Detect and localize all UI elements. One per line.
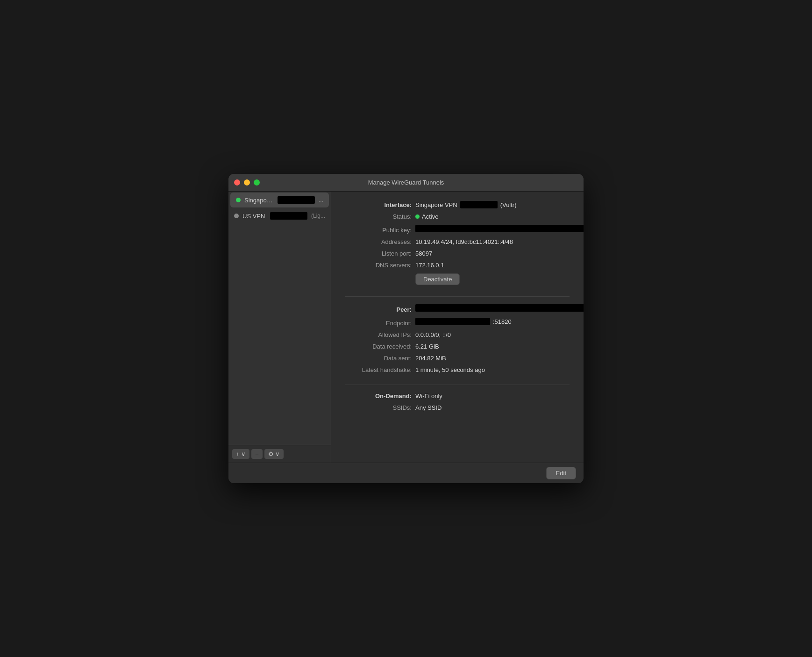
traffic-lights <box>234 179 260 186</box>
sidebar-item-suffix-1: ... <box>319 197 323 203</box>
titlebar: Manage WireGuard Tunnels <box>228 174 584 192</box>
status-label: Status: <box>345 213 415 220</box>
public-key-value <box>415 225 584 232</box>
divider-1 <box>345 296 570 297</box>
active-dot <box>415 214 420 219</box>
addresses-row: Addresses: 10.19.49.4/24, fd9d:bc11:4021… <box>345 238 570 245</box>
interface-row: Interface: Singapore VPN (Vultr) <box>345 201 570 208</box>
data-received-row: Data received: 6.21 GiB <box>345 343 570 350</box>
peer-row: Peer: <box>345 304 570 313</box>
window-title: Manage WireGuard Tunnels <box>368 179 444 186</box>
divider-2 <box>345 385 570 385</box>
dns-servers-label: DNS servers: <box>345 262 415 269</box>
peer-value <box>415 304 584 312</box>
sidebar-item-suffix-2: (Lig... <box>311 213 325 219</box>
redacted-interface <box>460 201 498 208</box>
redacted-peer <box>415 304 584 312</box>
ssids-row: SSIDs: Any SSID <box>345 404 570 411</box>
redacted-name-1 <box>278 196 315 204</box>
interface-value: Singapore VPN (Vultr) <box>415 201 570 208</box>
ssids-value: Any SSID <box>415 404 570 411</box>
status-dot-green <box>236 198 241 202</box>
data-received-value: 6.21 GiB <box>415 343 570 350</box>
endpoint-row: Endpoint: :51820 <box>345 318 570 327</box>
allowed-ips-value: 0.0.0.0/0, ::/0 <box>415 331 570 338</box>
data-received-label: Data received: <box>345 343 415 350</box>
endpoint-value: :51820 <box>415 318 570 325</box>
listen-port-row: Listen port: 58097 <box>345 250 570 257</box>
status-text: Active <box>422 213 438 220</box>
close-button[interactable] <box>234 179 240 186</box>
sidebar-list: Singapore VPN ... US VPN (Lig... <box>228 192 331 445</box>
listen-port-value: 58097 <box>415 250 570 257</box>
status-value: Active <box>415 213 570 220</box>
sidebar-item-name-2: US VPN <box>242 213 266 220</box>
sidebar-item-name: Singapore VPN <box>244 197 274 204</box>
on-demand-section: On-Demand: Wi-Fi only SSIDs: Any SSID <box>345 393 570 411</box>
allowed-ips-label: Allowed IPs: <box>345 331 415 338</box>
redacted-public-key <box>415 225 584 232</box>
data-sent-value: 204.82 MiB <box>415 355 570 362</box>
sidebar-toolbar: + ∨ − ⚙ ∨ <box>228 445 331 463</box>
ssids-label: SSIDs: <box>345 404 415 411</box>
settings-button[interactable]: ⚙ ∨ <box>264 449 284 459</box>
listen-port-label: Listen port: <box>345 250 415 257</box>
sidebar-item-us-vpn[interactable]: US VPN (Lig... <box>228 208 331 223</box>
allowed-ips-row: Allowed IPs: 0.0.0.0/0, ::/0 <box>345 331 570 338</box>
addresses-value: 10.19.49.4/24, fd9d:bc11:4021::4/48 <box>415 238 570 245</box>
public-key-label: Public key: <box>345 227 415 234</box>
on-demand-row: On-Demand: Wi-Fi only <box>345 393 570 400</box>
latest-handshake-label: Latest handshake: <box>345 366 415 373</box>
public-key-row: Public key: <box>345 225 570 234</box>
sidebar: Singapore VPN ... US VPN (Lig... + ∨ − ⚙… <box>228 192 331 463</box>
data-sent-row: Data sent: 204.82 MiB <box>345 355 570 362</box>
redacted-endpoint <box>415 318 490 325</box>
maximize-button[interactable] <box>254 179 260 186</box>
add-button[interactable]: + ∨ <box>232 449 249 459</box>
dns-servers-value: 172.16.0.1 <box>415 262 570 269</box>
app-window: Manage WireGuard Tunnels Singapore VPN .… <box>228 174 584 483</box>
on-demand-value: Wi-Fi only <box>415 393 570 400</box>
peer-section: Peer: Endpoint: :51820 Allowed IPs: 0.0.… <box>345 304 570 373</box>
detail-panel: Interface: Singapore VPN (Vultr) Status:… <box>331 192 584 463</box>
interface-section: Interface: Singapore VPN (Vultr) Status:… <box>345 201 570 285</box>
peer-label: Peer: <box>345 306 415 313</box>
latest-handshake-value: 1 minute, 50 seconds ago <box>415 366 570 373</box>
on-demand-label: On-Demand: <box>345 393 415 400</box>
remove-button[interactable]: − <box>251 449 263 459</box>
dns-servers-row: DNS servers: 172.16.0.1 <box>345 262 570 269</box>
minimize-button[interactable] <box>244 179 250 186</box>
status-row: Status: Active <box>345 213 570 220</box>
interface-name: Singapore VPN <box>415 201 457 208</box>
data-sent-label: Data sent: <box>345 355 415 362</box>
window-body: Singapore VPN ... US VPN (Lig... + ∨ − ⚙… <box>228 192 584 463</box>
window-footer: Edit <box>228 463 584 483</box>
endpoint-suffix: :51820 <box>493 318 512 325</box>
edit-button[interactable]: Edit <box>546 467 576 479</box>
endpoint-label: Endpoint: <box>345 320 415 327</box>
latest-handshake-row: Latest handshake: 1 minute, 50 seconds a… <box>345 366 570 373</box>
sidebar-item-singapore-vpn[interactable]: Singapore VPN ... <box>230 193 329 207</box>
addresses-label: Addresses: <box>345 238 415 245</box>
deactivate-button[interactable]: Deactivate <box>415 273 460 285</box>
interface-provider: (Vultr) <box>500 201 517 208</box>
redacted-name-2 <box>270 212 307 220</box>
status-dot-gray <box>234 214 239 218</box>
status-active: Active <box>415 213 438 220</box>
interface-label: Interface: <box>345 201 415 208</box>
